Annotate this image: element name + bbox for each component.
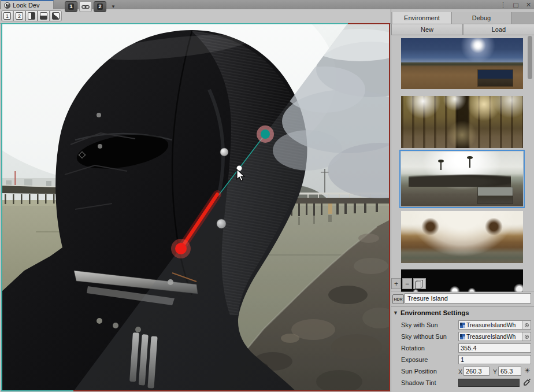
split-diagonal-icon — [52, 12, 60, 20]
cubemap-texture-icon — [460, 334, 465, 339]
split-horizontal-icon — [40, 12, 47, 20]
env-thumbnail-church[interactable] — [401, 211, 523, 263]
palm-tree — [469, 158, 470, 168]
sky-with-sun-value: TreasureIslandWh — [466, 321, 522, 328]
layout-single-2-button[interactable]: 2 — [13, 10, 25, 21]
sky-with-sun-object-field[interactable]: TreasureIslandWh — [458, 320, 531, 330]
thumbnail-scrollbar[interactable] — [528, 36, 532, 79]
shadow-tint-swatch[interactable] — [458, 379, 520, 387]
environment-settings-header: Environment Settings — [400, 309, 469, 316]
layout-split-diagonal-button[interactable] — [50, 10, 62, 21]
split-vertical-icon — [28, 12, 35, 20]
add-environment-button[interactable]: + — [391, 278, 401, 289]
sky-without-sun-label: Sky without Sun — [401, 333, 447, 340]
env-thumbnail-treasure-island-inset — [478, 187, 513, 204]
single-view-1-icon: 1 — [3, 12, 11, 20]
cubemap-texture-icon — [460, 323, 465, 328]
sun-x-label: X — [458, 368, 462, 375]
island-silhouette — [409, 173, 511, 187]
duplicate-environment-button[interactable] — [413, 278, 426, 289]
lookdev-window: Look Dev ⋮ ▢ ✕ 1 2 1 2 ▼ — [0, 0, 534, 392]
layout-split-vertical-button[interactable] — [25, 10, 38, 21]
load-environment-button[interactable]: Load — [463, 24, 534, 35]
sky-with-sun-label: Sky with Sun — [401, 321, 438, 328]
object-picker-icon[interactable] — [522, 332, 531, 341]
tab-look-dev[interactable]: Look Dev — [1, 0, 54, 9]
lookdev-eye-icon — [4, 2, 10, 9]
eyedropper-icon[interactable] — [523, 378, 531, 386]
env-thumbnail-forest[interactable] — [401, 96, 523, 148]
foldout-triangle-icon: ▼ — [393, 310, 398, 316]
shadow-tint-label: Shadow Tint — [401, 379, 436, 386]
gizmo-endpoint-top[interactable] — [261, 130, 270, 139]
link-cameras-button[interactable] — [79, 1, 92, 12]
camera-2-button[interactable]: 2 — [94, 1, 106, 12]
camera-options-dropdown[interactable]: ▼ — [109, 1, 118, 12]
env-thumbnail-outback[interactable] — [401, 38, 523, 89]
sky-without-sun-object-field[interactable]: TreasureIslandWh — [458, 332, 531, 341]
link-icon — [81, 4, 90, 10]
object-picker-icon[interactable] — [522, 321, 531, 329]
window-close-icon[interactable]: ✕ — [524, 1, 533, 9]
new-environment-button[interactable]: New — [391, 24, 463, 35]
tab-environment[interactable]: Environment — [392, 12, 452, 24]
layout-split-horizontal-button[interactable] — [38, 10, 50, 21]
hdr-badge: HDR — [392, 294, 404, 304]
sun-position-picker-icon[interactable]: ☀ — [524, 367, 531, 374]
sun-x-input[interactable]: 260.3 — [463, 367, 490, 376]
sky-without-sun-value: TreasureIslandWh — [466, 333, 522, 340]
camera-2-icon: 2 — [97, 3, 102, 10]
sun-y-label: Y — [493, 368, 497, 375]
rotation-label: Rotation — [401, 345, 425, 352]
radio-tower — [14, 171, 16, 185]
hdr-name-input[interactable] — [405, 293, 531, 304]
environment-panel: Environment Debug New Load + − HDR — [391, 9, 534, 392]
sun-position-label: Sun Position — [401, 368, 437, 375]
palm-tree — [440, 162, 442, 170]
remove-environment-button[interactable]: − — [402, 278, 412, 289]
env-thumbnail-outback-inset — [478, 70, 513, 86]
layout-single-1-button[interactable]: 1 — [1, 10, 13, 21]
lookdev-viewport[interactable] — [1, 23, 390, 391]
single-view-2-icon: 2 — [16, 12, 23, 20]
window-maximize-icon[interactable]: ▢ — [511, 1, 521, 9]
env-thumbnail-treasure-island[interactable] — [401, 151, 523, 206]
exposure-input[interactable]: 1 — [458, 355, 531, 364]
environment-settings-foldout[interactable]: ▼ Environment Settings — [393, 309, 469, 316]
camera-1-icon: 1 — [68, 3, 73, 10]
tab-debug[interactable]: Debug — [452, 12, 511, 24]
rotation-input[interactable]: 355.4 — [458, 343, 531, 353]
sun-y-input[interactable]: 65.3 — [498, 367, 521, 376]
duplicate-icon — [417, 280, 423, 287]
gizmo-endpoint-bottom[interactable] — [175, 243, 187, 254]
window-menu-icon[interactable]: ⋮ — [498, 1, 508, 9]
exposure-label: Exposure — [401, 356, 428, 363]
scene-render — [1, 23, 390, 391]
window-tab-title: Look Dev — [13, 2, 39, 9]
camera-1-button[interactable]: 1 — [65, 1, 77, 12]
